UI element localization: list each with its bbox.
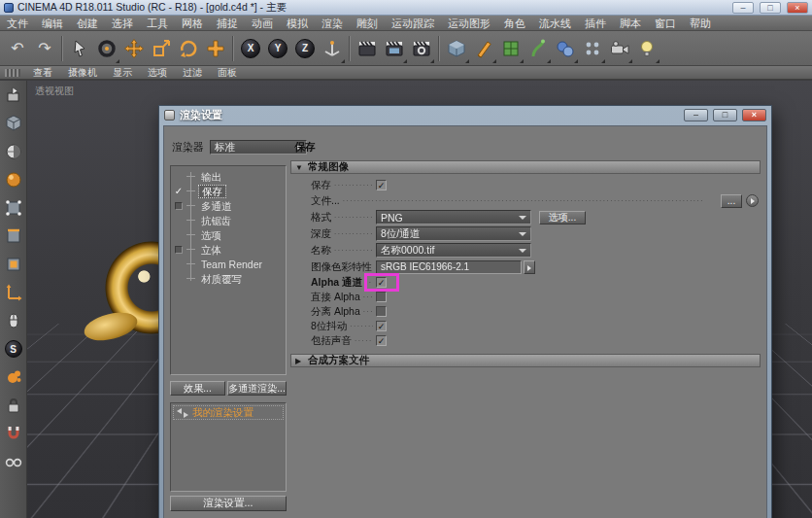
nav-item-stereo[interactable]: 立体: [171, 242, 286, 257]
y-axis-lock-button[interactable]: Y: [264, 33, 291, 64]
make-editable-button[interactable]: [3, 85, 24, 106]
menu-simulate[interactable]: 模拟: [280, 16, 315, 31]
menu-create[interactable]: 创建: [70, 16, 105, 31]
file-browse-button[interactable]: ...: [721, 194, 742, 208]
color-profile-field[interactable]: sRGB IEC61966-2.1: [376, 260, 522, 274]
file-more-button[interactable]: [746, 194, 759, 207]
effects-button[interactable]: 效果...: [170, 381, 225, 396]
section-regular-image[interactable]: ▼ 常规图像: [290, 160, 761, 174]
menu-file[interactable]: 文件: [0, 16, 35, 31]
window-titlebar[interactable]: CINEMA 4D R18.011 Studio (RC - R18) - [g…: [0, 0, 812, 16]
stereo-checkbox[interactable]: [175, 246, 183, 254]
render-settings-toolbar-button[interactable]: [408, 33, 435, 64]
save-enabled-check[interactable]: ✓: [171, 184, 186, 198]
separate-alpha-checkbox[interactable]: [376, 306, 387, 317]
menu-plugins[interactable]: 插件: [578, 16, 613, 31]
dialog-maximize-button[interactable]: □: [713, 109, 737, 121]
redo-button[interactable]: ↷: [31, 33, 58, 64]
deformer-button[interactable]: [524, 33, 552, 64]
light-button[interactable]: [633, 33, 660, 64]
menu-snap[interactable]: 捕捉: [210, 16, 245, 31]
straight-alpha-checkbox[interactable]: [376, 292, 387, 302]
nav-item-output[interactable]: 输出: [171, 169, 286, 184]
dither-checkbox[interactable]: ✓: [376, 321, 387, 331]
scale-tool-button[interactable]: [148, 33, 175, 64]
nav-label-output[interactable]: 输出: [198, 171, 224, 183]
coordinate-system-button[interactable]: [319, 33, 346, 64]
format-dropdown[interactable]: PNG: [376, 210, 531, 224]
nav-item-save[interactable]: ✓ 保存: [171, 184, 286, 198]
x-axis-lock-button[interactable]: X: [237, 33, 264, 64]
instance-button[interactable]: [552, 33, 579, 64]
window-close-button[interactable]: ×: [787, 2, 808, 14]
enable-axis-button[interactable]: [3, 282, 24, 303]
nav-label-save[interactable]: 保存: [198, 185, 226, 198]
menu-mograph[interactable]: 运动图形: [441, 16, 497, 31]
menu-tools[interactable]: 工具: [140, 16, 175, 31]
last-tool-button[interactable]: [202, 33, 229, 64]
nav-item-multipass[interactable]: 多通道: [171, 198, 286, 213]
multipass-render-button[interactable]: 多通道渲染...: [227, 381, 287, 396]
render-view-button[interactable]: [354, 33, 381, 64]
name-format-dropdown[interactable]: 名称0000.tif: [376, 243, 531, 258]
preset-item-selected[interactable]: 我的渲染设置: [173, 405, 284, 420]
format-options-button[interactable]: 选项...: [539, 211, 586, 224]
paint-button[interactable]: [3, 366, 24, 388]
edges-mode-button[interactable]: [3, 225, 24, 247]
preset-list[interactable]: 我的渲染设置: [170, 402, 287, 492]
nav-label-multipass[interactable]: 多通道: [198, 200, 235, 212]
drag-grip-icon[interactable]: [5, 69, 20, 77]
vp-menu-filter[interactable]: 过滤: [175, 66, 210, 80]
add-cube-button[interactable]: [443, 33, 470, 64]
vp-menu-view[interactable]: 查看: [25, 66, 60, 80]
undo-button[interactable]: ↶: [4, 33, 31, 64]
vp-menu-cameras[interactable]: 摄像机: [60, 66, 105, 80]
render-settings-button[interactable]: 渲染设置...: [170, 496, 287, 511]
dialog-titlebar[interactable]: 渲染设置 – □ ×: [159, 106, 771, 124]
window-maximize-button[interactable]: □: [760, 2, 781, 14]
nav-label-team-render[interactable]: Team Render: [198, 259, 265, 270]
render-picture-viewer-button[interactable]: [381, 33, 408, 64]
snap-button[interactable]: S: [3, 338, 24, 360]
spline-pen-button[interactable]: [470, 33, 497, 64]
vp-menu-panel[interactable]: 面板: [210, 66, 245, 80]
glasses-button[interactable]: [3, 451, 24, 472]
nav-label-options[interactable]: 选项: [198, 229, 224, 241]
menu-script[interactable]: 脚本: [613, 16, 648, 31]
move-tool-button[interactable]: [120, 33, 148, 64]
nav-item-options[interactable]: 选项: [171, 227, 286, 242]
menu-select[interactable]: 选择: [105, 16, 140, 31]
nav-item-team-render[interactable]: Team Render: [171, 257, 286, 271]
vp-menu-display[interactable]: 显示: [105, 66, 140, 80]
array-button[interactable]: [579, 33, 606, 64]
vp-menu-options[interactable]: 选项: [140, 66, 175, 80]
save-checkbox[interactable]: ✓: [376, 180, 387, 190]
viewport-solo-button[interactable]: [3, 310, 24, 331]
menu-help[interactable]: 帮助: [683, 16, 718, 31]
dialog-minimize-button[interactable]: –: [684, 109, 708, 121]
multipass-checkbox[interactable]: [175, 202, 183, 210]
magnet-button[interactable]: [3, 423, 24, 444]
menu-window[interactable]: 窗口: [648, 16, 683, 31]
depth-dropdown[interactable]: 8位/通道: [376, 226, 531, 241]
lock-button[interactable]: [3, 395, 24, 416]
live-selection-button[interactable]: [93, 33, 120, 64]
menu-mesh[interactable]: 网格: [175, 16, 210, 31]
menu-sculpt[interactable]: 雕刻: [350, 16, 385, 31]
section-compositing[interactable]: ▶ 合成方案文件: [290, 354, 761, 367]
menu-render[interactable]: 渲染: [315, 16, 350, 31]
menu-character[interactable]: 角色: [497, 16, 532, 31]
nav-label-stereo[interactable]: 立体: [198, 244, 224, 256]
select-tool-button[interactable]: [66, 33, 93, 64]
material-mode-button[interactable]: [3, 169, 24, 190]
color-profile-more-button[interactable]: [524, 260, 535, 274]
rotate-tool-button[interactable]: [175, 33, 202, 64]
camera-button[interactable]: [606, 33, 633, 64]
nav-item-material-override[interactable]: 材质覆写: [171, 271, 286, 286]
nav-label-material-override[interactable]: 材质覆写: [198, 273, 245, 285]
model-mode-button[interactable]: [3, 113, 24, 134]
z-axis-lock-button[interactable]: Z: [291, 33, 319, 64]
window-minimize-button[interactable]: –: [732, 2, 754, 14]
texture-mode-button[interactable]: [3, 141, 24, 162]
alpha-channel-checkbox[interactable]: ✓: [376, 277, 387, 288]
